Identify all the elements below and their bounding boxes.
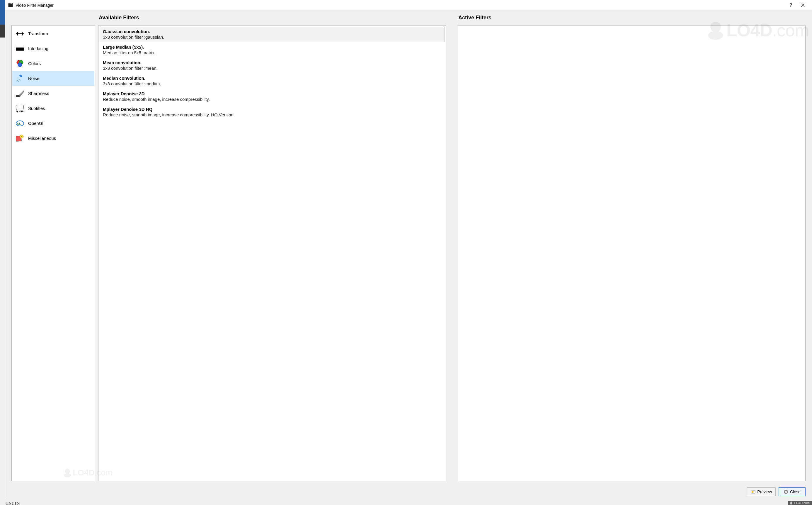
svg-point-43 (754, 491, 754, 492)
category-label: OpenGl (28, 121, 43, 126)
svg-point-23 (18, 81, 19, 82)
svg-point-20 (18, 63, 22, 67)
active-filters-column: Active Filters (458, 11, 806, 481)
filter-name: Median convolution. (103, 75, 441, 80)
category-label: Subtitles (28, 106, 45, 111)
svg-rect-28 (16, 95, 20, 97)
categories-column: . TransformInterlacingColorsNoiseSharpne… (11, 11, 95, 481)
svg-point-38 (21, 136, 22, 137)
filter-item[interactable]: Median convolution.3x3 convolution filte… (99, 73, 444, 89)
svg-rect-17 (16, 50, 24, 51)
app-icon (8, 3, 13, 8)
svg-rect-2 (9, 3, 9, 4)
available-filters-box: Gaussian convolution.3x3 convolution fil… (98, 25, 446, 481)
svg-rect-5 (11, 3, 12, 4)
filter-description: 3x3 convolution filter :mean. (103, 66, 441, 70)
svg-rect-4 (11, 3, 11, 4)
noise-icon (15, 74, 25, 83)
filter-name: Mean convolution. (103, 60, 441, 65)
categories-box: TransformInterlacingColorsNoiseSharpness… (11, 25, 95, 481)
svg-point-27 (20, 80, 21, 81)
close-button[interactable]: Close (779, 487, 806, 496)
svg-text:ABC: ABC (19, 110, 24, 113)
svg-rect-0 (8, 4, 13, 7)
svg-rect-21 (19, 74, 23, 77)
category-item-transform[interactable]: Transform (12, 26, 94, 41)
svg-point-45 (791, 501, 792, 503)
category-item-subtitles[interactable]: ABCSubtitles (12, 101, 94, 116)
filter-name: Gaussian convolution. (103, 29, 441, 34)
svg-text:GL: GL (17, 122, 21, 125)
svg-point-39 (65, 469, 70, 474)
titlebar: Video Filter Manager ? (5, 0, 812, 11)
svg-rect-42 (752, 491, 753, 493)
watermark-bottom: LO4D.com (62, 468, 95, 478)
category-item-colors[interactable]: Colors (12, 56, 94, 71)
preview-icon (751, 489, 756, 494)
filter-item[interactable]: Gaussian convolution.3x3 convolution fil… (99, 27, 444, 42)
filter-item[interactable]: Mplayer Denoise 3DReduce noise, smooth i… (99, 89, 444, 104)
category-item-sharpness[interactable]: Sharpness (12, 86, 94, 101)
svg-point-40 (64, 473, 71, 477)
help-button[interactable]: ? (786, 0, 796, 11)
close-button-label: Close (790, 489, 801, 494)
window-close-button[interactable] (796, 0, 810, 11)
svg-rect-15 (16, 48, 24, 49)
miscellaneous-icon (15, 134, 25, 143)
category-label: Sharpness (28, 91, 49, 96)
interlacing-icon (15, 44, 25, 53)
category-label: Transform (28, 31, 48, 36)
filter-description: Reduce noise, smooth image, increase com… (103, 112, 441, 117)
category-item-noise[interactable]: Noise (12, 71, 94, 86)
dialog-content: LO4D.com . TransformInterlacingColorsNoi… (5, 11, 812, 485)
svg-marker-32 (16, 111, 18, 113)
preview-button[interactable]: Preview (747, 487, 776, 496)
available-filters-list: Gaussian convolution.3x3 convolution fil… (98, 25, 446, 481)
sharpness-icon (15, 89, 25, 98)
filter-name: Mplayer Denoise 3D HQ (103, 107, 441, 112)
svg-point-26 (18, 79, 18, 79)
available-filters-column: Available Filters Gaussian convolution.3… (98, 11, 446, 481)
subtitles-icon: ABC (15, 104, 25, 113)
svg-point-25 (19, 79, 20, 80)
category-label: Colors (28, 61, 41, 66)
category-item-opengl[interactable]: GLOpenGl (12, 116, 94, 131)
svg-point-22 (17, 80, 18, 80)
close-icon (784, 489, 788, 494)
svg-point-24 (17, 81, 17, 82)
filter-description: 3x3 convolution filter :median. (103, 81, 441, 86)
window-title: Video Filter Manager (16, 3, 786, 8)
background-users-text: users (5, 499, 20, 505)
category-item-miscellaneous[interactable]: Miscellaneous (12, 131, 94, 146)
category-label: Noise (28, 76, 39, 81)
active-filters-heading: Active Filters (458, 15, 806, 23)
active-filters-box (458, 25, 806, 481)
transform-icon (15, 29, 25, 38)
svg-rect-16 (16, 49, 24, 50)
filter-item[interactable]: Mean convolution.3x3 convolution filter … (99, 58, 444, 73)
opengl-icon: GL (15, 119, 25, 128)
filter-item[interactable]: Mplayer Denoise 3D HQReduce noise, smoot… (99, 104, 444, 120)
svg-rect-31 (16, 105, 23, 110)
background-window-strip (0, 0, 5, 505)
video-filter-manager-dialog: Video Filter Manager ? LO4D.com . Transf… (5, 0, 812, 499)
available-filters-heading: Available Filters (99, 15, 446, 23)
category-label: Miscellaneous (28, 136, 56, 141)
column-spacer (449, 11, 455, 481)
footer-watermark: LO4D.com (788, 501, 812, 505)
category-item-interlacing[interactable]: Interlacing (12, 41, 94, 56)
window-buttons: ? (786, 0, 810, 11)
svg-rect-14 (16, 47, 24, 47)
active-filters-list (458, 25, 805, 481)
filter-name: Large Median (5x5). (103, 44, 441, 49)
filter-description: Reduce noise, smooth image, increase com… (103, 97, 441, 102)
button-bar: Preview Close (5, 485, 812, 499)
colors-icon (15, 59, 25, 68)
categories-list: TransformInterlacingColorsNoiseSharpness… (12, 25, 95, 146)
filter-description: 3x3 convolution filter :gaussian. (103, 35, 441, 39)
filter-name: Mplayer Denoise 3D (103, 91, 441, 96)
background-bottom-strip (0, 499, 812, 505)
svg-rect-3 (10, 3, 10, 4)
svg-rect-13 (16, 46, 24, 46)
filter-item[interactable]: Large Median (5x5).Median filter on 5x5 … (99, 42, 444, 58)
